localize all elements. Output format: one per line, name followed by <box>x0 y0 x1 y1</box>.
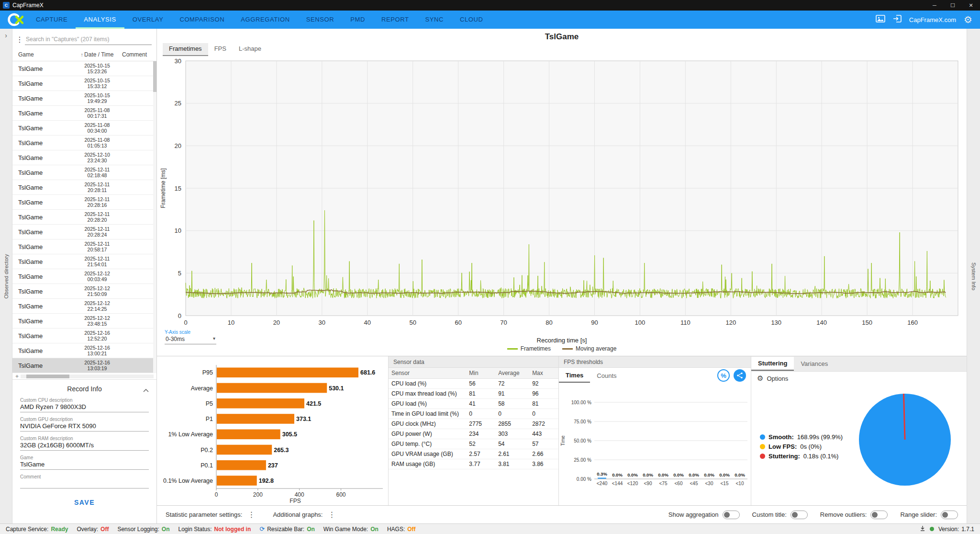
toggle-remove-outliers[interactable] <box>870 511 888 519</box>
status-item-sensor-logging: Sensor Logging:On <box>117 526 169 533</box>
vertical-scrollbar[interactable] <box>153 61 156 373</box>
capture-row[interactable]: TslGame2025-12-1222:14:25 <box>12 299 156 314</box>
capture-datetime: 2025-12-1613:00:21 <box>72 345 122 357</box>
sensor-table-body: CPU load (%)567292CPU max thread load (%… <box>389 379 558 469</box>
close-button[interactable]: ✕ <box>962 0 980 11</box>
login-icon[interactable] <box>893 15 902 24</box>
nav-tab-sensor[interactable]: SENSOR <box>298 11 343 29</box>
capture-row[interactable]: TslGame2025-12-1120:28:20 <box>12 210 156 225</box>
toggle-custom-title[interactable] <box>791 511 808 519</box>
add-icon[interactable]: + <box>15 374 19 379</box>
nav-tab-capture[interactable]: CAPTURE <box>28 11 76 29</box>
toggle-label: Remove outliers: <box>820 511 867 518</box>
capture-row[interactable]: TslGame2025-12-1613:00:21 <box>12 343 156 358</box>
legend-item-low-fps: Low FPS:0s (0%) <box>760 443 845 450</box>
tab-variances[interactable]: Variances <box>794 357 835 370</box>
screenshot-icon[interactable] <box>876 15 885 24</box>
search-input[interactable] <box>25 34 152 45</box>
toggle-label: Custom title: <box>752 511 787 518</box>
percent-toggle-button[interactable]: % <box>717 369 730 382</box>
capture-row[interactable]: TslGame2025-12-1120:58:17 <box>12 239 156 254</box>
svg-text:25.00 %: 25.00 % <box>574 457 591 463</box>
capture-row[interactable]: TslGame2025-12-1221:50:09 <box>12 284 156 299</box>
field-value[interactable]: TslGame <box>20 460 149 469</box>
svg-text:<75: <75 <box>659 481 668 486</box>
nav-tab-cloud[interactable]: CLOUD <box>452 11 491 29</box>
toggle-group-show-aggregation: Show aggregation <box>668 511 740 519</box>
capture-row[interactable]: TslGame2025-11-0800:17:31 <box>12 106 156 121</box>
nav-tab-analysis[interactable]: ANALYSIS <box>76 11 124 29</box>
capture-row[interactable]: TslGame2025-12-1120:28:16 <box>12 195 156 210</box>
refresh-icon[interactable]: ⟳ <box>259 525 265 533</box>
share-button[interactable] <box>734 369 746 382</box>
percentiles-panel: 681.6P95530.1Average421.5P5373.1P1305.51… <box>157 356 389 505</box>
site-link[interactable]: CapFrameX.com <box>909 16 956 23</box>
capture-row[interactable]: TslGame2025-12-1613:03:19 <box>12 358 156 373</box>
save-button[interactable]: SAVE <box>20 496 149 509</box>
captures-menu-kebab-icon[interactable]: ⋮ <box>14 35 25 44</box>
field-value[interactable] <box>20 479 149 488</box>
tab-l-shape[interactable]: L-shape <box>233 43 267 56</box>
capture-row[interactable]: TslGame2025-10-1515:23:26 <box>12 61 156 76</box>
record-info-field-custom-gpu-description: Custom GPU descriptionNVIDIA GeForce RTX… <box>20 417 149 432</box>
svg-text:75.00 %: 75.00 % <box>574 419 591 424</box>
nav-tab-report[interactable]: REPORT <box>373 11 417 29</box>
y-axis-scale-dropdown[interactable]: Y-Axis scale 0-30ms ▾ <box>165 329 216 344</box>
capture-row[interactable]: TslGame2025-12-1121:54:01 <box>12 254 156 269</box>
nav-tab-sync[interactable]: SYNC <box>417 11 452 29</box>
capture-row[interactable]: TslGame2025-12-1023:24:30 <box>12 150 156 165</box>
tab-stuttering[interactable]: Stuttering <box>751 357 794 371</box>
capture-game: TslGame <box>12 332 72 340</box>
observed-directory-panel[interactable]: › Observed directory <box>0 29 12 523</box>
capture-row[interactable]: TslGame2025-12-1200:03:49 <box>12 269 156 284</box>
tab-fps[interactable]: FPS <box>208 43 233 56</box>
toggle-label: Show aggregation <box>668 511 719 518</box>
download-icon[interactable] <box>920 525 925 533</box>
capture-row[interactable]: TslGame2025-12-1120:28:11 <box>12 180 156 195</box>
toggle-range-slider[interactable] <box>941 511 958 519</box>
field-value[interactable]: NVIDIA GeForce RTX 5090 <box>20 422 149 431</box>
svg-text:237: 237 <box>268 462 278 469</box>
field-value[interactable]: 32GB (2x16GB) 6000MT/s <box>20 441 149 450</box>
svg-text:400: 400 <box>295 491 304 498</box>
svg-text:0.0%: 0.0% <box>704 472 714 477</box>
capture-row[interactable]: TslGame2025-12-1102:18:48 <box>12 165 156 180</box>
column-header-comment[interactable]: Comment <box>122 51 156 58</box>
options-row[interactable]: ⚙ Options <box>751 372 967 385</box>
menu-kebab-icon[interactable]: ⋮ <box>246 510 256 519</box>
capture-row[interactable]: TslGame2025-10-1519:49:29 <box>12 91 156 106</box>
tab-times[interactable]: Times <box>559 369 590 383</box>
nav-tab-overlay[interactable]: OVERLAY <box>124 11 172 29</box>
nav-tab-pmd[interactable]: PMD <box>342 11 373 29</box>
capture-game: TslGame <box>12 288 72 295</box>
capture-row[interactable]: TslGame2025-11-0801:05:13 <box>12 136 156 150</box>
maximize-button[interactable]: ☐ <box>944 0 962 11</box>
capture-row[interactable]: TslGame2025-11-0800:34:00 <box>12 121 156 136</box>
sensor-row: CPU max thread load (%)819196 <box>389 389 558 399</box>
field-value[interactable]: AMD Ryzen 7 9800X3D <box>20 403 149 412</box>
settings-gear-icon[interactable]: ⚙ <box>964 15 972 24</box>
expand-chevron-icon[interactable]: › <box>0 32 12 39</box>
minimize-button[interactable]: ─ <box>925 0 944 11</box>
window-controls: ─ ☐ ✕ <box>925 0 980 11</box>
frametime-chart[interactable]: 0102030405060708090100110120130140150160… <box>158 57 967 337</box>
tab-frametimes[interactable]: Frametimes <box>163 43 208 56</box>
horizontal-scrollbar[interactable] <box>21 375 154 378</box>
column-header-date-time[interactable]: ↑Date / Time <box>72 51 122 58</box>
capture-row[interactable]: TslGame2025-10-1515:33:12 <box>12 76 156 91</box>
tab-counts[interactable]: Counts <box>590 369 623 382</box>
capture-row[interactable]: TslGame2025-12-1223:48:15 <box>12 314 156 329</box>
collapse-chevron-icon[interactable] <box>143 386 149 394</box>
toggle-show-aggregation[interactable] <box>723 511 740 519</box>
capture-row[interactable]: TslGame2025-12-1120:28:24 <box>12 225 156 239</box>
capture-row[interactable]: TslGame2025-12-1612:52:20 <box>12 329 156 343</box>
column-header-game[interactable]: Game <box>12 51 72 58</box>
svg-text:30: 30 <box>175 57 181 65</box>
nav-tab-aggregation[interactable]: AGGREGATION <box>233 11 298 29</box>
nav-tab-comparison[interactable]: COMPARISON <box>171 11 233 29</box>
menu-kebab-icon[interactable]: ⋮ <box>326 510 337 519</box>
legend-item-stuttering: Stuttering:0.18s (0.1%) <box>760 453 845 460</box>
svg-text:681.6: 681.6 <box>360 369 375 376</box>
system-info-panel[interactable]: System Info <box>967 29 980 523</box>
capture-datetime: 2025-12-1120:58:17 <box>72 241 122 253</box>
